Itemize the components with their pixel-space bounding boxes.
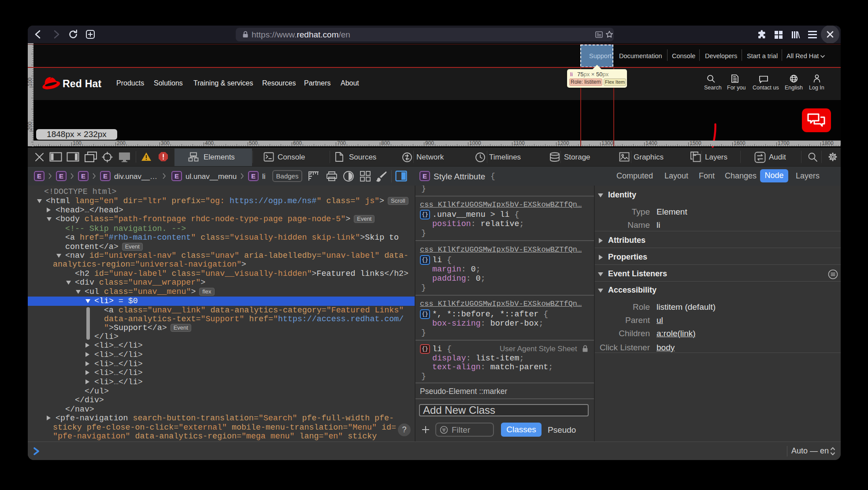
svg-text:100: 100 xyxy=(28,78,33,86)
svg-text:200: 200 xyxy=(28,122,33,130)
